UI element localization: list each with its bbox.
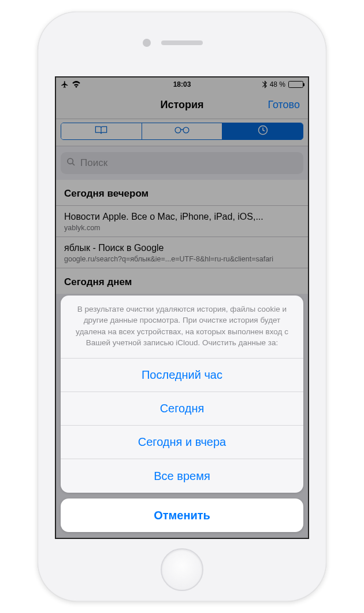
clear-last-hour-button[interactable]: Последний час [61,359,303,392]
cancel-button[interactable]: Отменить [61,498,303,532]
iphone-frame: 18:03 48 % История Готово [38,12,326,601]
action-sheet-message: В результате очистки удаляются история, … [61,296,303,359]
screen: 18:03 48 % История Готово [55,76,309,539]
clear-today-and-yesterday-button[interactable]: Сегодня и вчера [61,426,303,459]
action-sheet-group: В результате очистки удаляются история, … [61,296,303,493]
clear-all-time-button[interactable]: Все время [61,459,303,493]
earpiece-speaker [161,40,203,45]
home-button[interactable] [161,548,203,591]
phone-top-bezel [38,12,326,76]
phone-bottom-bezel [38,539,326,601]
action-sheet: В результате очистки удаляются история, … [61,296,303,532]
clear-today-button[interactable]: Сегодня [61,392,303,426]
front-camera [143,39,151,47]
